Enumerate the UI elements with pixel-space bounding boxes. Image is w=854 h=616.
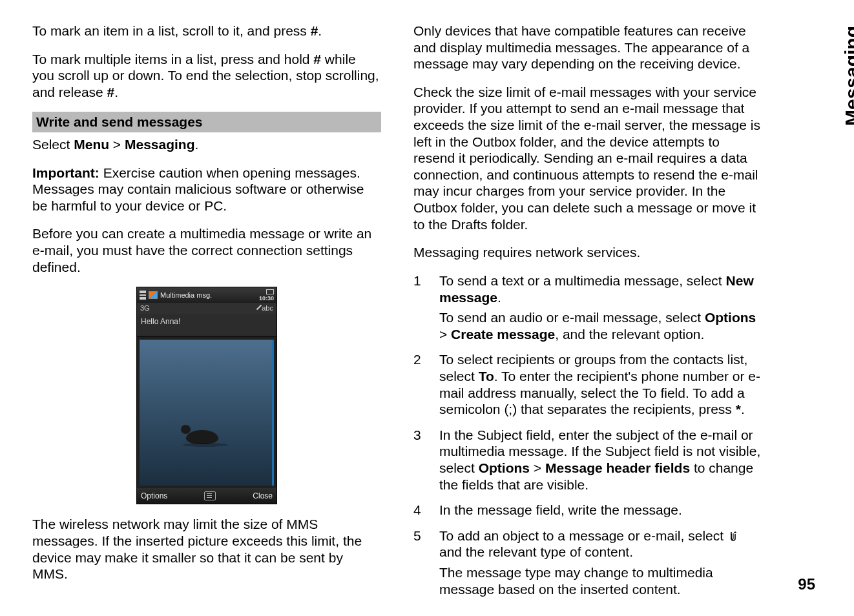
right-column: Only devices that have compatible featur…: [413, 23, 762, 606]
para-connection-settings: Before you can create a multimedia messa…: [32, 225, 381, 275]
text: .: [741, 402, 745, 416]
para-mark-single: To mark an item in a list, scroll to it,…: [32, 23, 381, 39]
messaging-label: Messaging: [125, 137, 195, 152]
text: .: [497, 290, 501, 305]
para-network-services: Messaging requires network services.: [413, 244, 762, 261]
text: To mark multiple items in a list, press …: [32, 52, 313, 67]
para-mms-limit: The wireless network may limit the size …: [32, 516, 381, 582]
star-key: *: [736, 402, 741, 416]
step-4: 4 In the message field, write the messag…: [413, 502, 762, 522]
section-header-write-send: Write and send messages: [32, 112, 381, 132]
network-indicator: 3G: [140, 304, 150, 313]
phone-screenshot: Multimedia msg. 10:30 3G abc Hello Anna!: [136, 287, 277, 504]
text: and the relevant type of content.: [439, 544, 633, 559]
input-mode: abc: [262, 304, 273, 312]
menu-label: Menu: [74, 137, 109, 152]
softkey-close[interactable]: Close: [253, 491, 273, 501]
step-2: 2 To select recipients or groups from th…: [413, 351, 762, 421]
duck-photo-icon: [186, 430, 218, 444]
text: >: [109, 137, 125, 152]
para-mark-multiple: To mark multiple items in a list, press …: [32, 51, 381, 101]
text: >: [439, 327, 451, 342]
hash-key: #: [107, 85, 115, 99]
text: In the message field, write the message.: [439, 502, 762, 518]
two-column-layout: To mark an item in a list, scroll to it,…: [32, 23, 815, 606]
attach-clip-plus-icon: +: [727, 528, 736, 543]
phone-softkey-bar: Options Close: [137, 488, 276, 504]
step-5: 5 To add an object to a message or e-mai…: [413, 528, 762, 601]
message-text-line: Hello Anna!: [137, 314, 276, 337]
text: .: [195, 137, 199, 152]
softkey-options[interactable]: Options: [141, 491, 167, 501]
create-message-label: Create message: [451, 327, 555, 342]
text: , and the relevant option.: [555, 327, 704, 342]
step-1: 1 To send a text or a multimedia message…: [413, 272, 762, 346]
text: The message type may change to multimedi…: [439, 564, 762, 597]
chapter-side-label: Messaging: [841, 26, 854, 126]
para-email-size-limit: Check the size limit of e-mail messages …: [413, 84, 762, 232]
step-3: 3 In the Subject field, enter the subjec…: [413, 427, 762, 497]
step-number: 1: [413, 272, 425, 346]
hash-key: #: [311, 23, 318, 38]
options-label: Options: [479, 460, 530, 475]
text: .: [318, 23, 322, 38]
para-important: Important: Exercise caution when opening…: [32, 165, 381, 214]
page-number: 95: [798, 575, 815, 593]
options-label: Options: [705, 310, 756, 325]
manual-page: To mark an item in a list, scroll to it,…: [0, 0, 854, 616]
para-select-menu: Select Menu > Messaging.: [32, 136, 381, 153]
step-number: 5: [413, 528, 425, 601]
para-compatible-devices: Only devices that have compatible featur…: [413, 23, 762, 72]
step-number: 3: [413, 427, 425, 497]
step-number: 2: [413, 351, 425, 421]
message-header-fields-label: Message header fields: [545, 460, 690, 475]
text: Select: [32, 137, 74, 152]
picture-icon: [149, 291, 158, 299]
steps-list: 1 To send a text or a multimedia message…: [413, 272, 762, 601]
softkey-menu-icon[interactable]: [204, 491, 216, 500]
phone-statusbar: 3G abc: [137, 303, 276, 314]
phone-titlebar: Multimedia msg. 10:30: [137, 287, 276, 303]
important-label: Important:: [32, 165, 103, 180]
svg-text:+: +: [734, 531, 736, 535]
text: To add an object to a message or e-mail,…: [439, 528, 727, 543]
message-image-area: [140, 340, 274, 486]
text: To send an audio or e-mail message, sele…: [439, 310, 705, 325]
hash-key: #: [313, 52, 321, 67]
text: >: [530, 460, 545, 475]
text: .: [114, 85, 118, 99]
text: To send a text or a multimedia message, …: [439, 273, 726, 288]
to-label: To: [479, 369, 494, 384]
text: To mark an item in a list, scroll to it,…: [32, 23, 311, 38]
step-number: 4: [413, 502, 425, 522]
battery-icon: [266, 289, 274, 294]
left-column: To mark an item in a list, scroll to it,…: [32, 23, 381, 606]
phone-clock: 10:30: [259, 295, 274, 302]
signal-bars-icon: [140, 291, 146, 300]
phone-title: Multimedia msg.: [160, 291, 212, 300]
